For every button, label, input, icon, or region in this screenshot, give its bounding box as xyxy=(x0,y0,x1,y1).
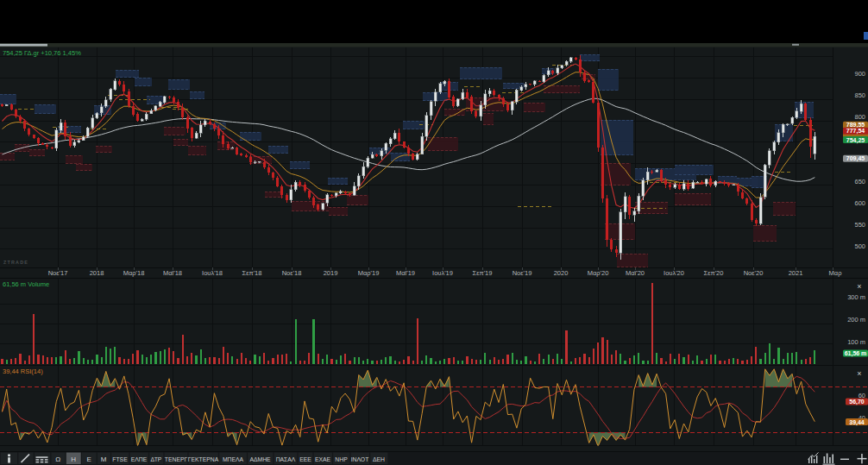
svg-text:Νοε'18: Νοε'18 xyxy=(282,269,302,277)
svg-text:650: 650 xyxy=(854,178,865,185)
svg-text:Μ: Μ xyxy=(101,456,107,463)
svg-text:2019: 2019 xyxy=(324,269,338,277)
svg-text:61,56 m: 61,56 m xyxy=(845,350,867,357)
svg-text:900: 900 xyxy=(854,70,865,78)
svg-text:ΜΠΕΛΑ: ΜΠΕΛΑ xyxy=(223,456,244,462)
svg-text:×: × xyxy=(857,282,861,291)
svg-text:ΓΕΚΤΕΡΝΑ: ΓΕΚΤΕΡΝΑ xyxy=(188,456,219,462)
svg-text:ΠΑΣΑΛ: ΠΑΣΑΛ xyxy=(276,456,296,462)
svg-text:2018: 2018 xyxy=(90,269,104,277)
svg-text:Ιουλ'18: Ιουλ'18 xyxy=(202,269,223,277)
svg-text:300 m: 300 m xyxy=(847,293,865,301)
svg-text:39,44: 39,44 xyxy=(849,419,865,426)
svg-text:61,56 m Volume: 61,56 m Volume xyxy=(3,280,49,288)
svg-text:ΕΛΠΕ: ΕΛΠΕ xyxy=(131,456,148,462)
svg-text:56,70: 56,70 xyxy=(849,399,865,405)
svg-text:Νοε'17: Νοε'17 xyxy=(48,269,68,277)
svg-text:Σεπ'19: Σεπ'19 xyxy=(473,269,493,277)
svg-text:ΔΤΡ: ΔΤΡ xyxy=(151,456,162,462)
svg-text:Η: Η xyxy=(71,456,76,463)
svg-text:Ε: Ε xyxy=(87,456,91,463)
svg-text:Σεπ'20: Σεπ'20 xyxy=(704,269,724,277)
svg-text:Ιουλ'20: Ιουλ'20 xyxy=(664,269,684,277)
svg-text:Μαρ'19: Μαρ'19 xyxy=(358,269,380,277)
svg-text:500: 500 xyxy=(854,242,865,250)
svg-text:ΙΝΛΟΤ: ΙΝΛΟΤ xyxy=(351,456,369,462)
svg-text:×: × xyxy=(857,369,861,378)
svg-text:754,25 ΓΔ.gr +10,76 1,45%: 754,25 ΓΔ.gr +10,76 1,45% xyxy=(3,49,81,57)
svg-text:754,25: 754,25 xyxy=(846,137,865,144)
svg-text:Νοε'20: Νοε'20 xyxy=(744,269,764,277)
svg-text:ΝΗΡ: ΝΗΡ xyxy=(335,456,348,462)
svg-text:777,54: 777,54 xyxy=(846,128,865,135)
svg-text:200 m: 200 m xyxy=(847,316,865,324)
svg-text:Νοε'19: Νοε'19 xyxy=(513,269,532,277)
svg-text:ΤΕΝΕΡΓ: ΤΕΝΕΡΓ xyxy=(165,456,188,462)
svg-text:Ιουλ'19: Ιουλ'19 xyxy=(432,269,453,277)
svg-text:ΕΕΕ: ΕΕΕ xyxy=(299,456,311,462)
svg-text:Μαρ'20: Μαρ'20 xyxy=(588,269,609,277)
svg-text:ΔΕΗ: ΔΕΗ xyxy=(373,456,385,462)
svg-text:ΕΧΑΕ: ΕΧΑΕ xyxy=(315,456,331,462)
svg-text:Ω: Ω xyxy=(55,456,60,463)
svg-text:550: 550 xyxy=(854,221,865,229)
svg-text:Σεπ'18: Σεπ'18 xyxy=(242,269,262,277)
svg-text:800: 800 xyxy=(854,113,865,121)
svg-text:709,45: 709,45 xyxy=(846,155,865,162)
svg-text:100 m: 100 m xyxy=(847,338,865,346)
svg-text:600: 600 xyxy=(854,199,865,207)
svg-text:Μαρ: Μαρ xyxy=(829,269,842,277)
svg-text:2021: 2021 xyxy=(789,269,803,277)
svg-text:39,44 RSI(14): 39,44 RSI(14) xyxy=(3,368,43,375)
svg-text:Μαϊ'19: Μαϊ'19 xyxy=(396,269,415,277)
svg-text:ZTRADE: ZTRADE xyxy=(3,260,28,265)
svg-text:Μαϊ'18: Μαϊ'18 xyxy=(163,269,182,277)
svg-text:850: 850 xyxy=(854,91,865,99)
svg-text:ΑΔΜΗΕ: ΑΔΜΗΕ xyxy=(249,456,271,462)
svg-text:Μαϊ'20: Μαϊ'20 xyxy=(626,269,645,277)
svg-text:Μαρ'18: Μαρ'18 xyxy=(123,269,145,277)
svg-text:FTSE: FTSE xyxy=(112,456,128,462)
svg-text:2020: 2020 xyxy=(554,269,569,277)
